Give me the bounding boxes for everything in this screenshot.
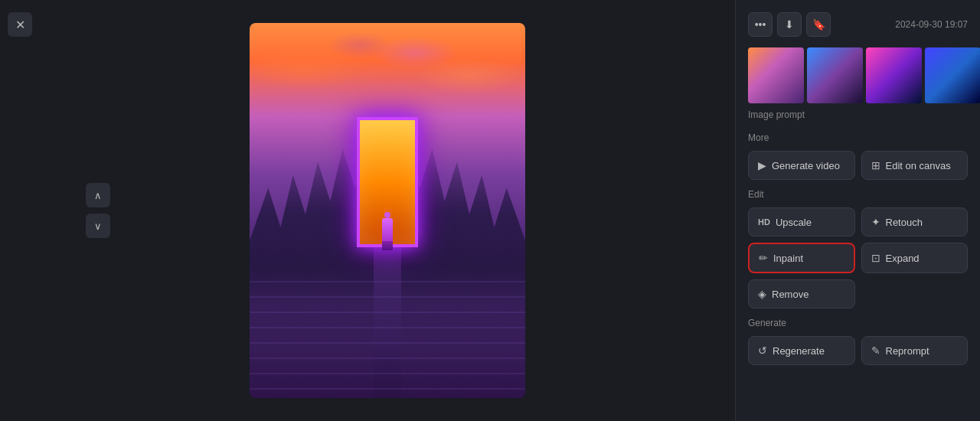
- hd-icon: HD: [758, 217, 770, 227]
- more-buttons-grid: ▶ Generate video ⊞ Edit on canvas: [748, 151, 968, 180]
- upscale-button[interactable]: HD Upscale: [748, 207, 855, 237]
- retouch-label: Retouch: [886, 217, 923, 228]
- thumbnail-2[interactable]: [807, 47, 863, 103]
- generate-buttons-grid: ↺ Regenerate ✎ Reprompt: [748, 336, 968, 365]
- edit-section-label: Edit: [748, 189, 968, 200]
- remove-icon: ◈: [758, 288, 766, 300]
- inpaint-button[interactable]: ✏ Inpaint: [748, 243, 855, 273]
- inpaint-label: Inpaint: [773, 253, 803, 264]
- more-section: More ▶ Generate video ⊞ Edit on canvas: [748, 132, 968, 180]
- thumbnail-3[interactable]: [866, 47, 922, 103]
- more-section-label: More: [748, 132, 968, 143]
- retouch-button[interactable]: ✦ Retouch: [861, 207, 969, 237]
- navigation-arrows: ∧ ∨: [86, 183, 110, 238]
- remove-button[interactable]: ◈ Remove: [748, 279, 855, 308]
- left-bar: ✕: [0, 0, 40, 421]
- more-dots-icon: •••: [755, 18, 766, 31]
- close-button[interactable]: ✕: [8, 12, 32, 37]
- video-icon: ▶: [758, 159, 766, 171]
- expand-label: Expand: [886, 253, 920, 264]
- generate-video-label: Generate video: [772, 160, 840, 171]
- canvas-icon: ⊞: [871, 159, 880, 171]
- panel-toolbar: ••• ⬇ 🔖 2024-09-30 19:07: [748, 12, 968, 37]
- regenerate-button[interactable]: ↺ Regenerate: [748, 336, 855, 365]
- arrow-up-icon: ∧: [94, 190, 102, 201]
- reprompt-icon: ✎: [871, 344, 880, 357]
- reprompt-button[interactable]: ✎ Reprompt: [861, 336, 969, 365]
- expand-button[interactable]: ⊡ Expand: [861, 243, 969, 273]
- next-button[interactable]: ∨: [86, 214, 110, 238]
- more-options-button[interactable]: •••: [748, 12, 773, 37]
- generate-video-button[interactable]: ▶ Generate video: [748, 151, 855, 180]
- remove-label: Remove: [772, 289, 808, 300]
- regenerate-icon: ↺: [758, 344, 767, 357]
- download-button[interactable]: ⬇: [777, 12, 802, 37]
- toolbar-icons: ••• ⬇ 🔖: [748, 12, 831, 37]
- bookmark-icon: 🔖: [812, 18, 825, 31]
- right-panel: ••• ⬇ 🔖 2024-09-30 19:07 Image prompt Mo…: [735, 0, 980, 421]
- edit-buttons-grid: HD Upscale ✦ Retouch ✏ Inpaint ⊡ Expand …: [748, 207, 968, 308]
- floor-lines: [250, 267, 525, 399]
- previous-button[interactable]: ∧: [86, 183, 110, 207]
- inpaint-icon: ✏: [759, 252, 768, 264]
- bookmark-button[interactable]: 🔖: [806, 12, 831, 37]
- image-canvas: [250, 23, 525, 398]
- generated-image: [250, 23, 525, 398]
- arrow-down-icon: ∨: [94, 220, 102, 232]
- expand-icon: ⊡: [871, 252, 880, 264]
- main-canvas-area: ∧ ∨: [40, 0, 735, 421]
- regenerate-label: Regenerate: [773, 345, 825, 357]
- edit-on-canvas-label: Edit on canvas: [886, 160, 951, 171]
- reprompt-label: Reprompt: [886, 345, 929, 357]
- figure: [382, 218, 393, 241]
- thumbnail-1[interactable]: [748, 47, 804, 103]
- close-icon: ✕: [15, 18, 25, 32]
- upscale-label: Upscale: [776, 217, 812, 228]
- edit-on-canvas-button[interactable]: ⊞ Edit on canvas: [861, 151, 969, 180]
- generate-section-label: Generate: [748, 318, 968, 328]
- timestamp: 2024-09-30 19:07: [895, 19, 968, 30]
- thumbnail-4[interactable]: [925, 47, 980, 103]
- retouch-icon: ✦: [871, 216, 880, 228]
- image-prompt-label: Image prompt: [748, 109, 968, 120]
- download-icon: ⬇: [785, 18, 794, 31]
- edit-section: Edit HD Upscale ✦ Retouch ✏ Inpaint ⊡ Ex…: [748, 189, 968, 308]
- generate-section: Generate ↺ Regenerate ✎ Reprompt: [748, 318, 968, 365]
- thumbnails-row: [748, 47, 968, 103]
